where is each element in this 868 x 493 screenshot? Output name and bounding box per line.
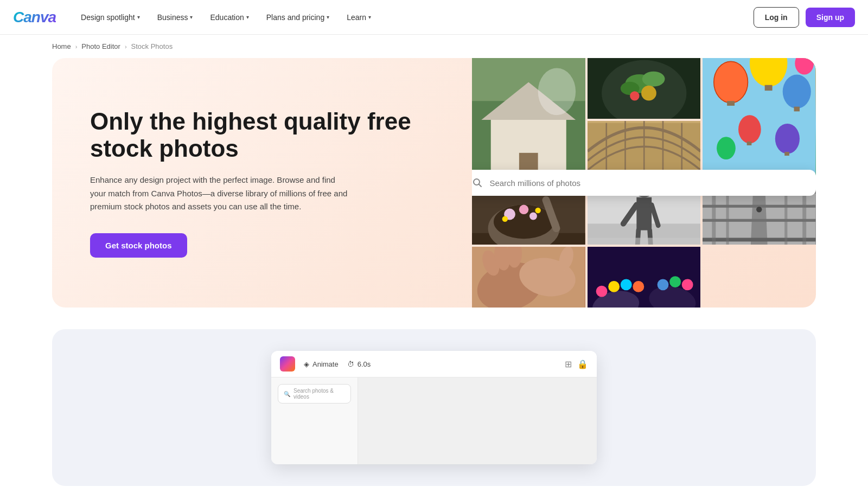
svg-point-28 xyxy=(717,137,736,159)
breadcrumb-parent[interactable]: Photo Editor xyxy=(81,42,120,50)
nav-links: Design spotlight ▾ Business ▾ Education … xyxy=(73,9,754,26)
animate-button[interactable]: ◈ Animate xyxy=(304,360,339,368)
nav-auth: Log in Sign up xyxy=(754,7,855,28)
canva-icon xyxy=(280,356,295,372)
navbar: Canva Design spotlight ▾ Business ▾ Educ… xyxy=(0,0,868,35)
signup-button[interactable]: Sign up xyxy=(806,8,855,27)
toolbar-actions: ⊞ 🔒 xyxy=(565,359,588,369)
svg-point-14 xyxy=(630,91,639,100)
editor-preview-section: ◈ Animate ⏱ 6.0s ⊞ 🔒 🔍 Search photos & v… xyxy=(52,329,816,486)
editor-canvas xyxy=(358,377,597,464)
svg-point-49 xyxy=(535,208,541,213)
login-button[interactable]: Log in xyxy=(754,7,799,28)
svg-point-24 xyxy=(738,115,761,143)
svg-rect-19 xyxy=(727,101,735,106)
hero-photo-grid xyxy=(472,58,816,308)
svg-point-13 xyxy=(641,86,656,101)
get-stock-photos-button[interactable]: Get stock photos xyxy=(90,233,187,258)
svg-rect-58 xyxy=(588,238,701,245)
svg-point-46 xyxy=(519,205,528,214)
nav-item-plans-pricing[interactable]: Plans and pricing ▾ xyxy=(259,9,337,26)
chevron-down-icon: ▾ xyxy=(368,14,371,20)
grid-icon[interactable]: ⊞ xyxy=(565,359,572,369)
chevron-down-icon: ▾ xyxy=(137,14,140,20)
svg-point-87 xyxy=(669,276,681,287)
svg-point-82 xyxy=(596,286,608,297)
svg-point-22 xyxy=(783,75,811,109)
animate-icon: ◈ xyxy=(304,360,309,368)
chevron-down-icon: ▾ xyxy=(327,14,329,20)
search-icon: 🔍 xyxy=(284,391,290,397)
hero-description: Enhance any design project with the perf… xyxy=(90,174,350,214)
chevron-down-icon: ▾ xyxy=(246,14,249,20)
svg-point-84 xyxy=(621,279,632,290)
photo-salad xyxy=(588,58,701,119)
editor-sidebar: 🔍 Search photos & videos xyxy=(271,377,358,464)
lock-icon[interactable]: 🔒 xyxy=(577,359,588,369)
hero-title: Only the highest quality free stock phot… xyxy=(90,108,439,163)
svg-rect-27 xyxy=(785,152,790,156)
svg-line-39 xyxy=(479,184,482,187)
breadcrumb-separator: › xyxy=(125,43,127,50)
svg-point-86 xyxy=(658,279,669,290)
svg-rect-21 xyxy=(765,85,773,91)
svg-point-85 xyxy=(633,281,644,292)
canva-logo[interactable]: Canva xyxy=(13,9,56,26)
svg-point-47 xyxy=(529,213,537,220)
hero-section: Only the highest quality free stock phot… xyxy=(52,58,816,308)
search-icon xyxy=(472,177,483,188)
breadcrumb-current: Stock Photos xyxy=(131,42,173,50)
time-control[interactable]: ⏱ 6.0s xyxy=(347,360,371,368)
clock-icon: ⏱ xyxy=(347,360,354,368)
svg-rect-25 xyxy=(747,142,752,145)
svg-point-83 xyxy=(608,281,620,292)
photo-search-bar[interactable] xyxy=(472,170,816,196)
svg-rect-64 xyxy=(703,219,816,222)
svg-point-26 xyxy=(775,124,800,154)
svg-point-71 xyxy=(757,207,762,212)
nav-item-education[interactable]: Education ▾ xyxy=(202,9,256,26)
photo-hands-close xyxy=(472,247,585,308)
editor-toolbar: ◈ Animate ⏱ 6.0s ⊞ 🔒 xyxy=(271,351,597,377)
hero-content: Only the highest quality free stock phot… xyxy=(52,58,472,308)
svg-rect-65 xyxy=(703,238,816,241)
photo-purple-abstract xyxy=(588,247,701,308)
breadcrumb-home[interactable]: Home xyxy=(52,42,71,50)
nav-item-learn[interactable]: Learn ▾ xyxy=(339,9,379,26)
breadcrumb: Home › Photo Editor › Stock Photos xyxy=(0,35,868,58)
svg-point-11 xyxy=(642,72,665,87)
photo-search-input[interactable] xyxy=(489,178,805,188)
editor-body: 🔍 Search photos & videos xyxy=(271,377,597,464)
nav-item-business[interactable]: Business ▾ xyxy=(150,9,201,26)
editor-mockup: ◈ Animate ⏱ 6.0s ⊞ 🔒 🔍 Search photos & v… xyxy=(271,351,597,464)
svg-point-6 xyxy=(538,68,576,115)
photo-house xyxy=(472,58,585,182)
chevron-down-icon: ▾ xyxy=(190,14,193,20)
svg-rect-23 xyxy=(794,107,800,112)
svg-rect-53 xyxy=(636,197,652,231)
breadcrumb-separator: › xyxy=(75,43,78,50)
svg-point-48 xyxy=(502,216,508,221)
nav-item-design-spotlight[interactable]: Design spotlight ▾ xyxy=(73,9,148,26)
svg-point-88 xyxy=(682,279,693,290)
sidebar-search[interactable]: 🔍 Search photos & videos xyxy=(278,384,351,404)
photo-hot-air-balloons xyxy=(703,58,816,182)
